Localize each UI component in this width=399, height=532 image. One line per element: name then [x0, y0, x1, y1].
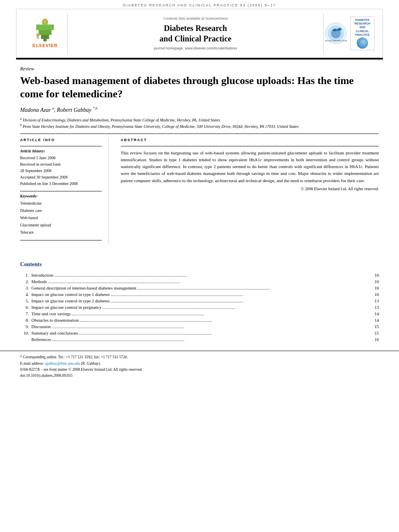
email-line: E-mail address: rgabbay@hmc.psu.edu (R. … [20, 361, 379, 367]
contents-item-page: 13 [371, 305, 379, 310]
banner-center: Contents lists available at ScienceDirec… [67, 13, 324, 53]
contents-item-title: General description of internet-based di… [31, 285, 379, 291]
contents-item-dots: ........................................… [78, 331, 371, 335]
contents-item-text: Summary and conclusions [31, 331, 78, 335]
corresponding-author: * Corresponding author. Tel.: +1 717 531… [20, 354, 379, 360]
table-row: 2.Methods ..............................… [20, 278, 379, 285]
table-row: 9.Discussion ...........................… [20, 323, 379, 330]
contents-item-title: Introduction ...........................… [31, 272, 379, 278]
journal-header: DIABETES RESEARCH AND CLINICAL PRACTICE … [0, 0, 399, 9]
contents-item-number: 4. [20, 291, 31, 298]
idf-logo: International Diabetes Federation [324, 21, 348, 47]
svg-point-7 [36, 33, 39, 37]
authors: Madona Azar a, Robert Gabbay *,b [20, 106, 379, 113]
affiliations: a Division of Endocrinology, Diabetes an… [20, 117, 379, 130]
contents-item-title: Methods ................................… [31, 278, 379, 285]
table-row: 7.Time and cost savings ................… [20, 310, 379, 317]
contents-item-page: 15 [371, 324, 379, 329]
table-row: 10.Summary and conclusions .............… [20, 330, 379, 336]
contents-item-dots: ........................................… [51, 337, 371, 342]
contents-item-page: 14 [371, 318, 379, 322]
contents-item-title: Obstacles to dissemination .............… [31, 317, 379, 323]
contents-item-dots: ........................................… [79, 318, 371, 322]
table-row: 6.Impact on glucose control in pregnancy… [20, 304, 379, 310]
article-history-text: Received 5 June 2008 Received in revised… [20, 155, 102, 187]
svg-rect-3 [36, 25, 54, 30]
copyright-notice: © 2008 Elsevier Ireland Ltd. All rights … [121, 187, 379, 191]
contents-item-number [20, 336, 31, 343]
contents-item-number: 8. [20, 317, 31, 323]
contents-item-number: 6. [20, 304, 31, 310]
elsevier-wordmark: ELSEVIER [33, 43, 58, 48]
contents-item-text: General description of internet-based di… [31, 286, 136, 290]
article-history-label: Article history: [20, 149, 102, 153]
contents-item-page: 13 [371, 298, 379, 303]
contents-item-dots: ........................................… [101, 305, 371, 310]
svg-point-6 [44, 20, 46, 23]
contents-item-number: 5. [20, 298, 31, 304]
contents-item-title: Impact on glucose control in pregnancy .… [31, 304, 379, 310]
contents-item-number: 9. [20, 323, 31, 330]
table-row: 4.Impact on glucose control in type 1 di… [20, 291, 379, 298]
drcp-circle-icon [357, 37, 368, 49]
idf-logo-icon: International Diabetes Federation [325, 23, 347, 45]
contents-item-dots: ........................................… [136, 286, 371, 290]
footnotes: * Corresponding author. Tel.: +1 717 531… [0, 351, 399, 383]
contents-item-dots: ........................................… [110, 292, 371, 297]
contents-item-page: 15 [371, 331, 379, 335]
svg-rect-2 [39, 29, 51, 35]
drcp-logo-box: DIABETESRESEARCHANDCLINICALPRACTICE [350, 16, 374, 50]
contents-item-title: Discussion .............................… [31, 323, 379, 330]
contents-item-text: Methods [31, 279, 47, 284]
elsevier-logo-area: ELSEVIER [23, 19, 67, 48]
table-row: References .............................… [20, 336, 379, 343]
contents-item-text: Impact on glucose control in type 1 diab… [31, 292, 110, 297]
review-label: Review [20, 66, 379, 72]
contents-section: Contents 1.Introduction ................… [0, 261, 399, 343]
table-row: 8.Obstacles to dissemination ...........… [20, 317, 379, 323]
keyword-glucometer: Glucometer upload [20, 222, 102, 229]
contents-item-page: 16 [371, 337, 379, 342]
keyword-diabetes-care: Diabetes care [20, 207, 102, 214]
contents-item-dots: ........................................… [110, 298, 371, 303]
sciencedirect-line: Contents lists available at ScienceDirec… [76, 16, 315, 21]
svg-point-11 [331, 29, 341, 38]
journal-homepage: journal homepage: www.elsevier.com/locat… [76, 46, 315, 50]
contents-item-dots: ........................................… [51, 324, 371, 329]
issn-line: 0168-8227/$ – see front matter © 2008 El… [20, 367, 379, 373]
contents-item-text: Obstacles to dissemination [31, 318, 79, 322]
elsevier-tree-icon [29, 19, 61, 42]
contents-table: 1.Introduction .........................… [20, 272, 379, 343]
journal-banner: ELSEVIER Contents lists available at Sci… [16, 9, 383, 58]
contents-item-number: 7. [20, 310, 31, 317]
contents-item-text: References [31, 337, 51, 342]
table-row: 5.Impact on glucose control in type 2 di… [20, 298, 379, 304]
contents-item-text: Discussion [31, 324, 51, 329]
contents-item-page: 10 [371, 292, 379, 297]
table-row: 1.Introduction .........................… [20, 272, 379, 278]
contents-item-page: 14 [371, 311, 379, 316]
contents-item-number: 10. [20, 330, 31, 336]
contents-item-number: 2. [20, 278, 31, 285]
keywords-label: Keywords: [20, 194, 102, 198]
article-info-section-label: Article Info [20, 138, 102, 142]
keyword-telecare: Telecare [20, 229, 102, 236]
contents-item-title: Time and cost savings ..................… [31, 310, 379, 317]
contents-item-dots: ........................................… [53, 273, 371, 277]
contents-item-text: Introduction [31, 273, 53, 277]
author-email[interactable]: rgabbay@hmc.psu.edu [45, 362, 80, 366]
doi-line: doi:10.1016/j.diabres.2008.09.055 [20, 373, 379, 379]
contents-item-title: Impact on glucose control in type 2 diab… [31, 298, 379, 304]
table-row: 3.General description of internet-based … [20, 285, 379, 291]
contents-item-page: 10 [371, 273, 379, 277]
contents-item-dots: ........................................… [71, 311, 371, 316]
contents-item-text: Impact on glucose control in pregnancy [31, 305, 101, 310]
contents-item-page: 10 [371, 286, 379, 290]
keywords-list: Telemedicine Diabetes care Web-based Glu… [20, 200, 102, 236]
banner-right: International Diabetes Federation DIABET… [324, 16, 376, 50]
contents-item-dots: ........................................… [47, 279, 371, 284]
contents-item-title: Impact on glucose control in type 1 diab… [31, 291, 379, 298]
contents-item-page: 10 [371, 279, 379, 284]
abstract-text: This review focuses on the burgeoning us… [121, 150, 379, 184]
contents-item-number: 3. [20, 285, 31, 291]
